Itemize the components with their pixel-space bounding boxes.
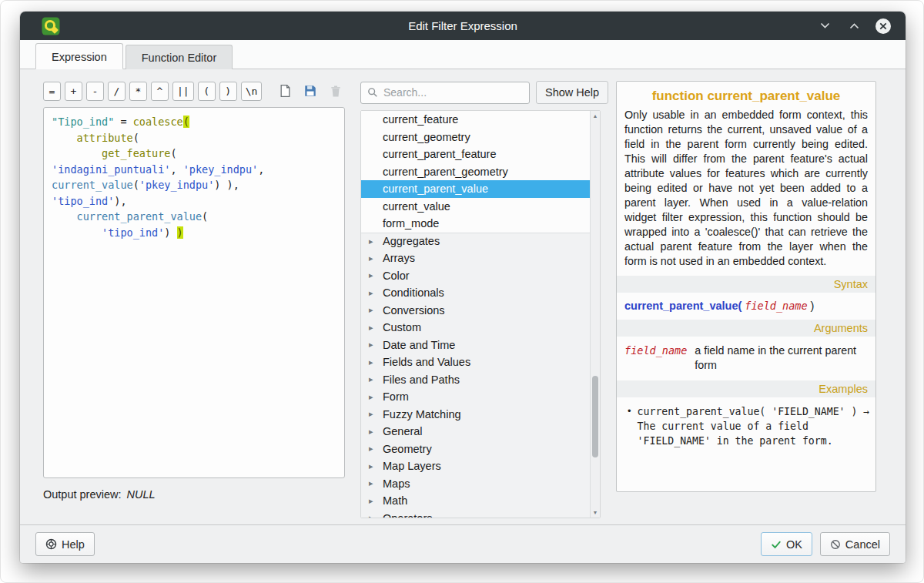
function-label: Operators bbox=[383, 512, 432, 518]
function-group-color[interactable]: ▸Color bbox=[361, 267, 590, 285]
function-label: current_parent_feature bbox=[383, 148, 497, 160]
expression-editor[interactable]: "Tipo_ind" = coalesce( attribute( get_fe… bbox=[43, 107, 345, 478]
search-box[interactable] bbox=[360, 82, 530, 104]
shade-window-button[interactable] bbox=[816, 18, 833, 35]
help-panel: function current_parent_value Only usabl… bbox=[616, 81, 876, 492]
scroll-up-icon[interactable]: ▲ bbox=[591, 111, 600, 121]
function-label: current_value bbox=[383, 200, 450, 213]
function-group-geometry[interactable]: ▸Geometry bbox=[361, 441, 590, 458]
expand-triangle-icon: ▸ bbox=[369, 236, 383, 246]
function-group-custom[interactable]: ▸Custom bbox=[361, 319, 590, 337]
function-label: Date and Time bbox=[383, 339, 455, 351]
expand-triangle-icon: ▸ bbox=[369, 305, 383, 315]
function-label: Conversions bbox=[383, 304, 445, 317]
expand-triangle-icon: ▸ bbox=[369, 444, 383, 454]
function-group-conditionals[interactable]: ▸Conditionals bbox=[361, 284, 590, 302]
operator-button-op[interactable]: || bbox=[172, 82, 194, 101]
dialog-footer: Help OK Cancel bbox=[20, 524, 906, 563]
chevron-down-icon bbox=[820, 22, 830, 29]
function-item-current-feature[interactable]: current_feature bbox=[361, 111, 590, 129]
function-label: Aggregates bbox=[383, 235, 440, 247]
search-row: Show Help bbox=[360, 81, 601, 104]
function-group-files-and-paths[interactable]: ▸Files and Paths bbox=[361, 371, 590, 389]
new-file-icon bbox=[279, 84, 292, 98]
function-label: Custom bbox=[383, 321, 421, 333]
save-expression-button[interactable] bbox=[301, 82, 320, 100]
function-item-current-parent-feature[interactable]: current_parent_feature bbox=[361, 146, 590, 163]
maximize-window-button[interactable] bbox=[845, 18, 862, 35]
cancel-button[interactable]: Cancel bbox=[820, 532, 890, 556]
function-group-date-and-time[interactable]: ▸Date and Time bbox=[361, 337, 590, 354]
operator-button-op[interactable]: - bbox=[86, 82, 104, 101]
function-label: Form bbox=[383, 390, 409, 403]
syntax-function-name: current_parent_value( bbox=[624, 300, 742, 312]
function-label: current_parent_value bbox=[383, 183, 488, 195]
dialog-content: =+-/*^||()\n bbox=[20, 69, 906, 524]
function-item-current-parent-value[interactable]: current_parent_value bbox=[361, 180, 590, 198]
function-item-current-parent-geometry[interactable]: current_parent_geometry bbox=[361, 163, 590, 181]
expand-triangle-icon: ▸ bbox=[369, 392, 383, 402]
function-item-current-geometry[interactable]: current_geometry bbox=[361, 129, 590, 146]
cancel-slash-icon bbox=[830, 539, 841, 550]
code-line: current_value('pkey_indpu') ), bbox=[52, 177, 336, 193]
scrollbar-track[interactable] bbox=[591, 121, 600, 508]
function-group-conversions[interactable]: ▸Conversions bbox=[361, 302, 590, 320]
example-result: The current value of a field 'FIELD_NAME… bbox=[638, 420, 833, 447]
expand-triangle-icon: ▸ bbox=[369, 496, 383, 506]
chevron-up-icon bbox=[849, 22, 859, 29]
code-line: 'tipo_ind') ) bbox=[52, 225, 336, 241]
expand-triangle-icon: ▸ bbox=[369, 288, 383, 298]
operator-button-op[interactable]: + bbox=[65, 82, 82, 101]
operator-button-n[interactable]: \n bbox=[241, 82, 263, 101]
example-text: current_parent_value( 'FIELD_NAME' ) → T… bbox=[638, 404, 871, 448]
titlebar[interactable]: Edit Filter Expression bbox=[20, 12, 906, 40]
function-group-aggregates[interactable]: ▸Aggregates bbox=[361, 233, 590, 250]
operator-button-op[interactable]: ) bbox=[219, 82, 237, 101]
show-help-button[interactable]: Show Help bbox=[536, 81, 608, 104]
close-window-button[interactable] bbox=[875, 18, 892, 35]
syntax-argument: field_name bbox=[745, 300, 807, 312]
syntax-section-header: Syntax bbox=[617, 276, 875, 293]
tab-expression[interactable]: Expression bbox=[35, 43, 123, 69]
function-group-fields-and-values[interactable]: ▸Fields and Values bbox=[361, 353, 590, 371]
ok-button[interactable]: OK bbox=[761, 532, 812, 556]
tab-function-editor[interactable]: Function Editor bbox=[126, 45, 233, 69]
search-input[interactable] bbox=[383, 86, 523, 99]
scrollbar-thumb[interactable] bbox=[592, 376, 598, 457]
function-label: Maps bbox=[383, 477, 410, 490]
close-icon bbox=[875, 18, 892, 35]
function-group-maps[interactable]: ▸Maps bbox=[361, 475, 590, 493]
function-group-fuzzy-matching[interactable]: ▸Fuzzy Matching bbox=[361, 406, 590, 424]
scroll-down-icon[interactable]: ▼ bbox=[591, 508, 600, 518]
function-group-general[interactable]: ▸General bbox=[361, 423, 590, 441]
function-label: Map Layers bbox=[383, 460, 441, 472]
expand-triangle-icon: ▸ bbox=[369, 357, 383, 367]
operator-button-op[interactable]: ( bbox=[198, 82, 216, 101]
cancel-button-label: Cancel bbox=[845, 538, 880, 551]
function-group-arrays[interactable]: ▸Arrays bbox=[361, 250, 590, 267]
expand-triangle-icon: ▸ bbox=[369, 427, 383, 437]
function-item-form-mode[interactable]: form_mode bbox=[361, 215, 590, 233]
operator-button-op[interactable]: ^ bbox=[151, 82, 169, 101]
delete-expression-button[interactable] bbox=[326, 82, 345, 100]
operator-button-op[interactable]: / bbox=[108, 82, 126, 101]
function-group-map-layers[interactable]: ▸Map Layers bbox=[361, 457, 590, 475]
expand-triangle-icon: ▸ bbox=[369, 323, 383, 333]
function-group-operators[interactable]: ▸Operators bbox=[361, 510, 590, 518]
scrollbar[interactable]: ▲ ▼ bbox=[590, 111, 600, 518]
function-item-current-value[interactable]: current_value bbox=[361, 198, 590, 216]
bullet-icon: • bbox=[628, 404, 631, 448]
expand-triangle-icon: ▸ bbox=[369, 340, 383, 350]
function-label: Geometry bbox=[383, 443, 432, 455]
help-button[interactable]: Help bbox=[35, 532, 95, 556]
function-group-form[interactable]: ▸Form bbox=[361, 388, 590, 406]
function-list: current_featurecurrent_geometrycurrent_p… bbox=[361, 111, 590, 518]
operator-button-op[interactable]: = bbox=[43, 82, 61, 101]
new-expression-button[interactable] bbox=[276, 82, 294, 100]
syntax-line: current_parent_value(field_name) bbox=[617, 293, 875, 320]
desktop-background: Edit Filter Expression bbox=[0, 0, 924, 583]
example-code: current_parent_value( 'FIELD_NAME' ) bbox=[638, 406, 858, 417]
function-label: Color bbox=[383, 270, 410, 282]
function-group-math[interactable]: ▸Math bbox=[361, 492, 590, 510]
operator-button-op[interactable]: * bbox=[129, 82, 147, 101]
